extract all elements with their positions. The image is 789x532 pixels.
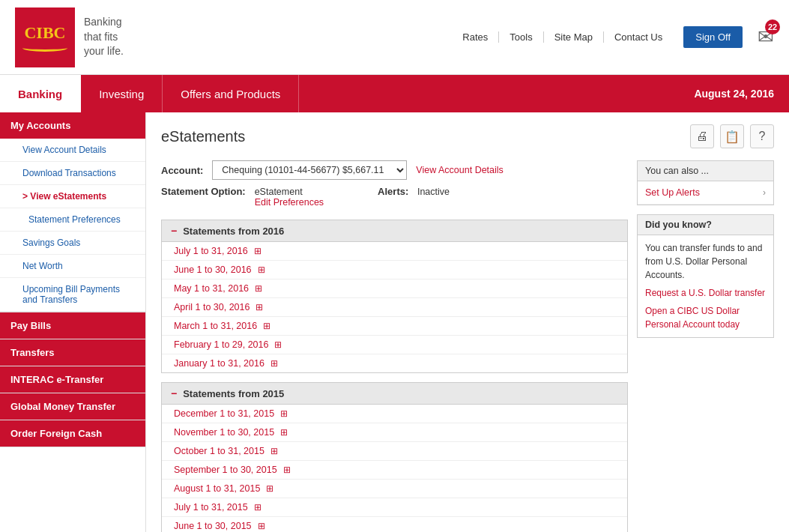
cibc-logo: CIBC — [15, 7, 75, 67]
clipboard-icon[interactable]: 📋 — [720, 124, 744, 148]
mail-badge: 22 — [765, 19, 780, 34]
tab-offers[interactable]: Offers and Products — [163, 75, 299, 112]
alerts-label: Alerts: — [378, 186, 408, 197]
list-item: November 1 to 30, 2015 ⊞ — [162, 423, 627, 442]
sign-off-button[interactable]: Sign Off — [683, 26, 743, 48]
edit-prefs-link[interactable]: Edit Preferences — [255, 197, 324, 208]
sidebar-item-download-transactions[interactable]: Download Transactions — [0, 162, 145, 185]
pdf-icon[interactable]: ⊞ — [258, 521, 265, 531]
chevron-right-icon: › — [763, 187, 766, 198]
stmt-link-oct-2015[interactable]: October 1 to 31, 2015 — [174, 446, 264, 456]
account-row: Account: Chequing (10101-44-56677) $5,66… — [161, 160, 628, 180]
logo-swoosh — [22, 44, 67, 52]
stmt-link-jul-2015[interactable]: July 1 to 31, 2015 — [174, 502, 248, 513]
mail-icon-wrap[interactable]: ✉ 22 — [758, 25, 774, 49]
stmt-link-dec-2015[interactable]: December 1 to 31, 2015 — [174, 408, 274, 419]
view-account-details-link[interactable]: View Account Details — [416, 165, 504, 175]
stmt-link-march-2016[interactable]: March 1 to 31, 2016 — [174, 321, 257, 331]
set-up-alerts-item[interactable]: Set Up Alerts › — [638, 181, 773, 205]
us-dollar-transfer-link[interactable]: Request a U.S. Dollar transfer — [645, 286, 766, 300]
stmt-option-label: Statement Option: — [161, 186, 246, 197]
pdf-icon[interactable]: ⊞ — [266, 483, 273, 494]
set-up-alerts-link[interactable]: Set Up Alerts — [645, 187, 763, 198]
stmt-link-feb-2016[interactable]: February 1 to 29, 2016 — [174, 339, 268, 350]
content-area: Account: Chequing (10101-44-56677) $5,66… — [161, 160, 628, 532]
print-icon[interactable]: 🖨 — [690, 124, 714, 148]
stmt-link-aug-2015[interactable]: August 1 to 31, 2015 — [174, 483, 260, 494]
sidebar-order-cash[interactable]: Order Foreign Cash — [0, 420, 145, 447]
pdf-icon[interactable]: ⊞ — [255, 283, 262, 294]
collapse-2016-icon[interactable]: − — [171, 225, 177, 237]
nav-sitemap[interactable]: Site Map — [544, 31, 604, 43]
nav-contact[interactable]: Contact Us — [604, 31, 673, 43]
you-can-also-box: You can also ... Set Up Alerts › — [637, 160, 774, 205]
list-item: March 1 to 31, 2016 ⊞ — [162, 317, 627, 336]
stmt-link-april-2016[interactable]: April 1 to 30, 2016 — [174, 302, 250, 312]
list-item: September 1 to 30, 2015 ⊞ — [162, 461, 627, 480]
stmt-link-jan-2016[interactable]: January 1 to 31, 2016 — [174, 358, 264, 369]
statements-2015-title: Statements from 2015 — [183, 388, 284, 399]
page-title: eStatements — [161, 128, 245, 145]
sidebar-item-view-account-details[interactable]: View Account Details — [0, 139, 145, 162]
stmt-link-may-2016[interactable]: May 1 to 31, 2016 — [174, 283, 249, 294]
nav-rates[interactable]: Rates — [452, 31, 499, 43]
nav-tools[interactable]: Tools — [499, 31, 543, 43]
stmt-link-jun-2015[interactable]: June 1 to 30, 2015 — [174, 521, 252, 531]
did-you-know-box: Did you know? You can transfer funds to … — [637, 214, 774, 338]
right-panel: You can also ... Set Up Alerts › Did you… — [628, 160, 774, 532]
sidebar-pay-bills[interactable]: Pay Bills — [0, 312, 145, 339]
stmt-link-sep-2015[interactable]: September 1 to 30, 2015 — [174, 465, 277, 475]
account-label: Account: — [161, 165, 203, 176]
stmt-option-values: eStatement Edit Preferences — [255, 186, 324, 208]
stmt-link-july-2016[interactable]: July 1 to 31, 2016 — [174, 246, 248, 256]
did-you-know-header: Did you know? — [638, 215, 773, 235]
sidebar-item-upcoming-bills[interactable]: Upcoming Bill Payments and Transfers — [0, 278, 145, 312]
pdf-icon[interactable]: ⊞ — [280, 408, 288, 419]
help-icon[interactable]: ? — [750, 124, 774, 148]
list-item: October 1 to 31, 2015 ⊞ — [162, 442, 627, 461]
pdf-icon[interactable]: ⊞ — [263, 321, 270, 331]
list-item: August 1 to 31, 2015 ⊞ — [162, 480, 627, 498]
transfers-section: Transfers — [0, 339, 145, 366]
sidebar-item-stmt-prefs[interactable]: Statement Preferences — [0, 208, 145, 232]
statements-2015-list: December 1 to 31, 2015 ⊞ November 1 to 3… — [161, 405, 628, 532]
pdf-icon[interactable]: ⊞ — [280, 427, 288, 438]
list-item: June 1 to 30, 2016 ⊞ — [162, 261, 627, 279]
pdf-icon[interactable]: ⊞ — [254, 246, 262, 256]
sidebar-interac[interactable]: INTERAC e-Transfer — [0, 366, 145, 393]
pdf-icon[interactable]: ⊞ — [254, 502, 262, 513]
header-date: August 24, 2016 — [679, 75, 789, 112]
sidebar: My Accounts View Account Details Downloa… — [0, 112, 146, 532]
stmt-link-june-2016[interactable]: June 1 to 30, 2016 — [174, 265, 252, 275]
tab-investing[interactable]: Investing — [81, 75, 163, 112]
stmt-link-nov-2015[interactable]: November 1 to 30, 2015 — [174, 427, 274, 438]
pdf-icon[interactable]: ⊞ — [258, 265, 265, 275]
statements-2015-header: − Statements from 2015 — [161, 382, 628, 405]
my-accounts-header[interactable]: My Accounts — [0, 112, 145, 139]
list-item: January 1 to 31, 2016 ⊞ — [162, 354, 627, 372]
pdf-icon[interactable]: ⊞ — [274, 339, 282, 350]
list-item: July 1 to 31, 2015 ⊞ — [162, 498, 627, 517]
statements-2016-list: July 1 to 31, 2016 ⊞ June 1 to 30, 2016 … — [161, 242, 628, 373]
list-item: April 1 to 30, 2016 ⊞ — [162, 298, 627, 317]
sidebar-item-net-worth[interactable]: Net Worth — [0, 255, 145, 278]
us-dollar-account-link[interactable]: Open a CIBC US Dollar Personal Account t… — [645, 304, 766, 331]
statements-2016-title: Statements from 2016 — [183, 226, 284, 237]
main-inner: Account: Chequing (10101-44-56677) $5,66… — [161, 160, 774, 532]
top-right: Rates Tools Site Map Contact Us Sign Off… — [452, 25, 774, 49]
sidebar-item-view-estatements[interactable]: > View eStatements — [0, 185, 145, 208]
list-item: May 1 to 31, 2016 ⊞ — [162, 279, 627, 298]
pdf-icon[interactable]: ⊞ — [256, 302, 263, 312]
tab-banking[interactable]: Banking — [0, 75, 81, 112]
sidebar-item-savings-goals[interactable]: Savings Goals — [0, 232, 145, 255]
list-item: June 1 to 30, 2015 ⊞ — [162, 517, 627, 532]
statements-2016-header: − Statements from 2016 — [161, 220, 628, 242]
pdf-icon[interactable]: ⊞ — [283, 465, 291, 475]
sidebar-global-money[interactable]: Global Money Transfer — [0, 393, 145, 420]
collapse-2015-icon[interactable]: − — [171, 387, 177, 399]
pdf-icon[interactable]: ⊞ — [270, 358, 278, 369]
sidebar-transfers[interactable]: Transfers — [0, 339, 145, 366]
account-select[interactable]: Chequing (10101-44-56677) $5,667.11 — [212, 160, 407, 180]
tagline: Banking that fits your life. — [84, 15, 124, 59]
pdf-icon[interactable]: ⊞ — [270, 446, 278, 456]
